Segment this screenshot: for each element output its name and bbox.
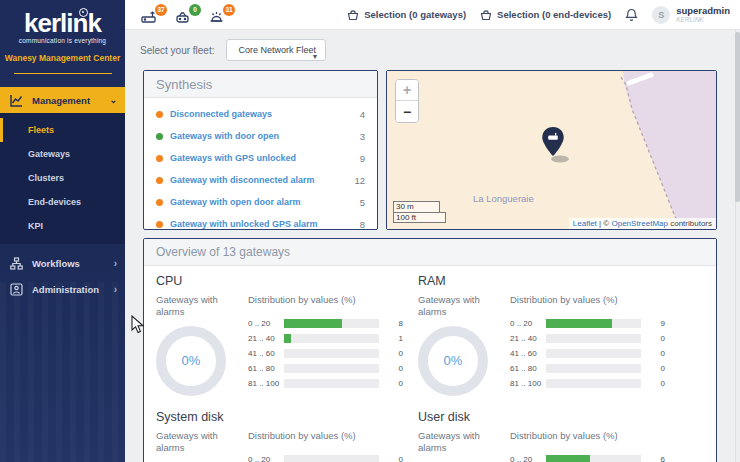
scrollbar-thumb[interactable] (735, 32, 740, 202)
sidebar-item-workflows[interactable]: Workflows › (0, 250, 125, 276)
bar-value: 9 (649, 319, 665, 328)
bar-value: 6 (649, 455, 665, 462)
range-label: 21 .. 40 (248, 334, 284, 343)
bar-track (284, 349, 379, 358)
synthesis-item-gps-unlocked[interactable]: Gateways with GPS unlocked 9 (144, 147, 377, 169)
synthesis-link[interactable]: Disconnected gateways (170, 109, 272, 119)
distribution-row: 0 .. 206 (510, 455, 702, 462)
management-submenu: Fleets Gateways Clusters End-devices KPI (0, 113, 125, 244)
bar-track (546, 319, 641, 328)
fleet-select-value: Core Network Fleet (238, 45, 316, 55)
scale-metric: 30 m (393, 201, 440, 212)
distribution-row: 21 .. 401 (248, 334, 404, 343)
logo-tagline: communication is everything (0, 37, 125, 44)
sidebar-item-administration[interactable]: Administration › (0, 276, 125, 302)
synthesis-item-disconnected-alarm[interactable]: Gateway with disconnected alarm 12 (144, 169, 377, 191)
synthesis-item-door-open[interactable]: Gateways with door open 3 (144, 125, 377, 147)
workflow-icon (10, 257, 23, 270)
gateway-map-marker[interactable] (541, 127, 565, 157)
avatar: S (652, 6, 670, 24)
distribution-label: Distribution by values (%) (248, 430, 404, 442)
fleet-select-dropdown[interactable]: Core Network Fleet ▼ (226, 39, 326, 61)
synthesis-item-unlocked-gps-alarm[interactable]: Gateway with unlocked GPS alarm 8 (144, 213, 377, 230)
synthesis-link[interactable]: Gateway with disconnected alarm (170, 175, 315, 185)
sidebar-item-fleets[interactable]: Fleets (0, 118, 125, 142)
vertical-scrollbar[interactable] (735, 30, 740, 462)
synthesis-link[interactable]: Gateways with GPS unlocked (170, 153, 296, 163)
synthesis-list: Disconnected gateways 4 Gateways with do… (144, 98, 377, 230)
selection-gateways-button[interactable]: Selection (0 gateways) (347, 9, 466, 21)
zoom-in-button[interactable]: + (396, 80, 418, 101)
zoom-out-button[interactable]: − (396, 101, 418, 122)
synthesis-link[interactable]: Gateway with open door alarm (170, 197, 301, 207)
map-canvas[interactable]: + − La Longueraie 30 m 100 ft Leaflet | … (387, 71, 716, 229)
chart-icon (10, 94, 23, 107)
range-label: 41 .. 60 (248, 349, 284, 358)
sidebar-item-clusters[interactable]: Clusters (0, 166, 125, 190)
gateway-count-badge: 37 (155, 4, 167, 16)
overview-header: Overview of 13 gateways (144, 239, 716, 266)
status-dot (156, 155, 163, 162)
bar-value: 0 (387, 379, 403, 388)
chevron-down-icon: ⌄ (109, 95, 117, 105)
submenu-label: Fleets (28, 125, 54, 135)
synthesis-link[interactable]: Gateways with door open (170, 131, 279, 141)
bar-value: 0 (387, 455, 403, 462)
topbar: 37 0 31 Selection (0 gateways) Selection… (125, 0, 740, 30)
alarms-label: Gateways with alarms (156, 294, 226, 318)
leaflet-link[interactable]: Leaflet (573, 219, 597, 228)
synthesis-item-disconnected-gateways[interactable]: Disconnected gateways 4 (144, 103, 377, 125)
alarms-label: Gateways with alarms (156, 430, 226, 454)
end-device-counter[interactable]: 0 (175, 6, 195, 24)
distribution-row: 61 .. 800 (248, 364, 404, 373)
sidebar-divider (14, 73, 112, 74)
synthesis-link[interactable]: Gateway with unlocked GPS alarm (170, 219, 318, 229)
submenu-label: End-devices (28, 197, 81, 207)
synthesis-count: 8 (360, 219, 365, 230)
sidebar-item-kpi[interactable]: KPI (0, 214, 125, 238)
selection-end-devices-button[interactable]: Selection (0 end-devices) (480, 9, 611, 21)
submenu-label: KPI (28, 221, 43, 231)
basket-icon (347, 9, 359, 21)
sidebar-item-label: Administration (32, 284, 99, 295)
bar-value: 0 (649, 379, 665, 388)
bar-track (284, 334, 379, 343)
sidebar-item-gateways[interactable]: Gateways (0, 142, 125, 166)
user-organization: KERLINK (676, 17, 704, 24)
sidebar-item-end-devices[interactable]: End-devices (0, 190, 125, 214)
sidebar-item-label: Workflows (32, 258, 80, 269)
range-label: 0 .. 20 (248, 319, 284, 328)
bar-value: 1 (387, 334, 403, 343)
distribution-label: Distribution by values (%) (510, 430, 702, 442)
gateway-counter[interactable]: 37 (141, 6, 161, 24)
alarm-counter[interactable]: 31 (209, 6, 229, 24)
wanesy-management-center-screen: kerlink communication is everything Wane… (0, 0, 740, 462)
status-dot (156, 111, 163, 118)
distribution-row: 61 .. 800 (510, 364, 702, 373)
logo-gear-icon (79, 8, 88, 17)
user-disk-distribution-chart: 0 .. 206 21 .. 402 41 .. 600 61 .. 800 8… (510, 455, 702, 462)
map-place-label: La Longueraie (473, 193, 534, 204)
donut-value: 0% (182, 353, 201, 368)
synthesis-item-open-door-alarm[interactable]: Gateway with open door alarm 5 (144, 191, 377, 213)
selection-end-devices-label: Selection (0 end-devices) (497, 9, 611, 20)
kerlink-logo[interactable]: kerlink communication is everything Wane… (0, 0, 125, 74)
bar-track (284, 455, 379, 462)
bar-track (284, 319, 379, 328)
overview-body: CPU Gateways with alarms 0% Distribution… (144, 266, 716, 462)
sidebar-item-management[interactable]: Management ⌄ (0, 87, 125, 113)
notifications-button[interactable] (625, 8, 638, 22)
range-label: 0 .. 20 (248, 455, 284, 462)
user-menu[interactable]: S superadmin KERLINK (652, 6, 730, 24)
map-zoom-control: + − (395, 79, 419, 123)
range-label: 0 .. 20 (510, 455, 546, 462)
distribution-label: Distribution by values (%) (248, 294, 404, 306)
bar-track (546, 379, 641, 388)
fleet-selector-row: Select your fleet: Core Network Fleet ▼ (140, 39, 326, 61)
attribution-suffix: contributors (668, 219, 712, 228)
submenu-label: Gateways (28, 149, 70, 159)
distribution-label: Distribution by values (%) (510, 294, 702, 306)
openstreetmap-link[interactable]: OpenStreetMap (611, 219, 667, 228)
fleet-selector-label: Select your fleet: (140, 45, 214, 56)
topbar-right: Selection (0 gateways) Selection (0 end-… (347, 6, 740, 24)
